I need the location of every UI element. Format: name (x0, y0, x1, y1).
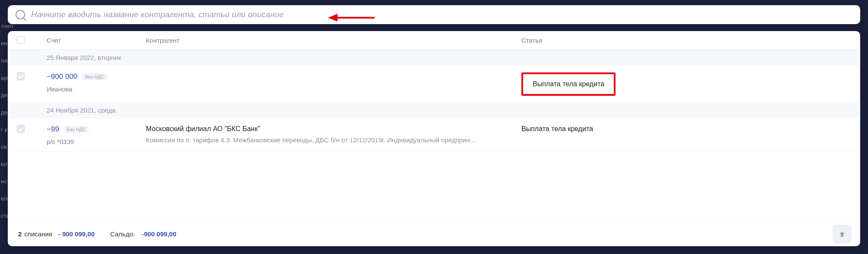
search-input[interactable] (31, 10, 852, 19)
account-sublabel: р/с *0339 (47, 138, 146, 145)
vat-badge: Без НДС (64, 126, 89, 133)
vat-badge: Без НДС (82, 73, 107, 80)
annotation-highlight-box: Выплата тела кредита (521, 72, 615, 96)
date-group-header: 24 Ноября 2021, среда (8, 102, 860, 118)
search-icon (16, 10, 25, 19)
search-bar (8, 5, 860, 24)
column-header-counterparty[interactable]: Контрагент (146, 37, 521, 44)
transaction-amount: −99 (47, 125, 59, 134)
transactions-panel: Счет Контрагент Статья 25 Января 2022, в… (8, 31, 860, 246)
date-group-header: 25 Января 2022, вторник (8, 50, 860, 66)
article-value: Выплата тела кредита (533, 80, 604, 88)
row-checkbox[interactable] (17, 72, 25, 80)
select-all-checkbox[interactable] (17, 36, 25, 44)
column-header-account[interactable]: Счет (34, 37, 146, 44)
writeoff-total: - 900 099,00 (58, 230, 95, 238)
table-row[interactable]: −900 000Без НДСИвановаВыплата тела креди… (8, 66, 860, 102)
scroll-to-top-button[interactable] (833, 225, 852, 244)
table-header: Счет Контрагент Статья (8, 31, 860, 50)
article-value: Выплата тела кредита (521, 125, 593, 132)
table-row[interactable]: −99Без НДСр/с *0339Московский филиал АО … (8, 118, 860, 152)
writeoff-count: 2 (18, 230, 22, 238)
arrow-up-icon (838, 230, 846, 238)
writeoff-count-label: списания (24, 230, 52, 238)
summary-footer: 2 списания - 900 099,00 Сальдо: -900 099… (8, 221, 860, 246)
balance-value: -900 099,00 (142, 230, 176, 238)
row-checkbox[interactable] (17, 125, 25, 133)
counterparty-description: Комиссия по п. тарифов 4.3. Межбанковски… (146, 136, 508, 144)
column-header-article[interactable]: Статья (521, 37, 860, 44)
balance-label: Сальдо: (110, 230, 135, 238)
counterparty-name: Московский филиал АО "БКС Банк" (146, 125, 521, 133)
transaction-amount: −900 000 (47, 72, 77, 81)
account-sublabel: Иванова (47, 85, 146, 93)
